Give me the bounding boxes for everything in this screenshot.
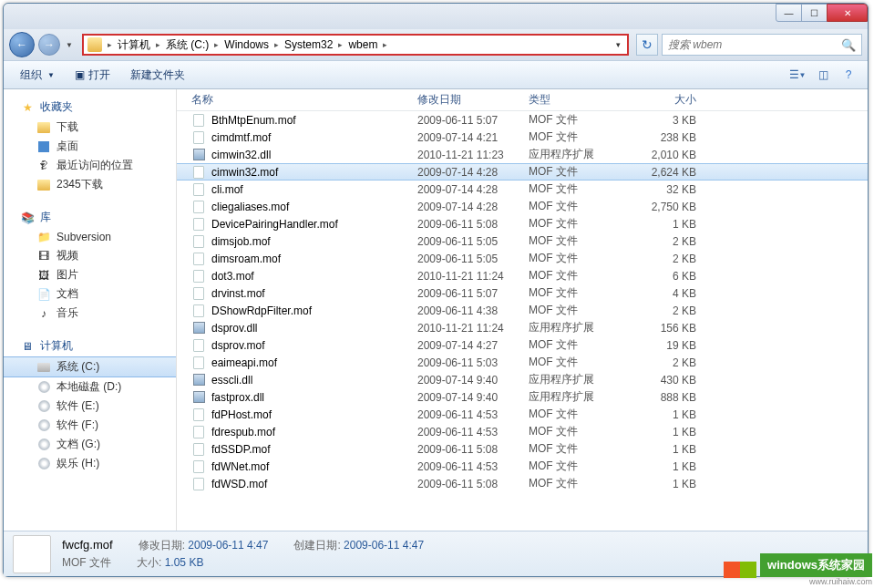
search-box[interactable]: 🔍 bbox=[662, 34, 862, 56]
crumb-system32[interactable]: System32 bbox=[281, 38, 336, 51]
file-row[interactable]: fdWSD.mof2009-06-11 5:08MOF 文件1 KB bbox=[177, 475, 868, 492]
address-dropdown-icon[interactable]: ▾ bbox=[611, 40, 625, 49]
address-bar[interactable]: ▸ 计算机 ▸ 系统 (C:) ▸ Windows ▸ System32 ▸ w… bbox=[82, 34, 629, 56]
file-icon bbox=[191, 200, 206, 214]
sidebar-favorites-header[interactable]: ★收藏夹 bbox=[4, 97, 176, 118]
file-name: drvinst.mof bbox=[211, 287, 417, 300]
drive-icon bbox=[36, 360, 51, 375]
folder-icon bbox=[36, 120, 51, 135]
view-options-button[interactable]: ☰ ▼ bbox=[786, 65, 809, 85]
nav-back-button[interactable]: ← bbox=[9, 32, 35, 57]
sidebar-item-drive-f[interactable]: 软件 (F:) bbox=[4, 416, 176, 435]
file-date: 2009-06-11 4:38 bbox=[417, 304, 529, 317]
file-row[interactable]: fastprox.dll2009-07-14 9:40应用程序扩展888 KB bbox=[177, 388, 868, 406]
maximize-button[interactable]: ☐ bbox=[801, 4, 828, 22]
file-date: 2009-06-11 5:07 bbox=[417, 287, 529, 300]
chevron-down-icon: ▼ bbox=[47, 71, 55, 79]
column-date[interactable]: 修改日期 bbox=[417, 92, 529, 108]
nav-history-dropdown[interactable]: ▼ bbox=[64, 36, 75, 54]
file-row[interactable]: drvinst.mof2009-06-11 5:07MOF 文件4 KB bbox=[177, 284, 868, 302]
organize-button[interactable]: 组织▼ bbox=[11, 64, 64, 87]
sidebar-item-drive-d[interactable]: 本地磁盘 (D:) bbox=[4, 377, 176, 397]
sidebar-computer-header[interactable]: 🖥计算机 bbox=[4, 335, 176, 356]
file-row[interactable]: BthMtpEnum.mof2009-06-11 5:07MOF 文件3 KB bbox=[177, 111, 868, 129]
file-size: 156 KB bbox=[636, 322, 707, 335]
file-row[interactable]: dimsroam.mof2009-06-11 5:05MOF 文件2 KB bbox=[177, 250, 868, 267]
sidebar-item-pictures[interactable]: 🖼图片 bbox=[4, 265, 176, 284]
computer-icon: 🖥 bbox=[20, 339, 35, 354]
column-name[interactable]: 名称 bbox=[191, 92, 417, 108]
file-row[interactable]: fdWNet.mof2009-06-11 4:53MOF 文件1 KB bbox=[177, 458, 868, 475]
file-row[interactable]: eaimeapi.mof2009-06-11 5:03MOF 文件2 KB bbox=[177, 354, 868, 371]
file-row[interactable]: DevicePairingHandler.mof2009-06-11 5:08M… bbox=[177, 215, 868, 232]
file-row[interactable]: esscli.dll2009-07-14 9:40应用程序扩展430 KB bbox=[177, 371, 868, 388]
file-row[interactable]: dot3.mof2010-11-21 11:24MOF 文件6 KB bbox=[177, 267, 868, 284]
sidebar-item-desktop[interactable]: 桌面 bbox=[4, 137, 176, 156]
file-row[interactable]: dsprov.mof2009-07-14 4:27MOF 文件19 KB bbox=[177, 336, 868, 354]
column-type[interactable]: 类型 bbox=[529, 92, 636, 108]
crumb-computer[interactable]: 计算机 bbox=[114, 37, 154, 53]
file-name: fdPHost.mof bbox=[211, 408, 417, 421]
minimize-button[interactable]: — bbox=[776, 4, 802, 22]
new-folder-button[interactable]: 新建文件夹 bbox=[121, 64, 194, 87]
file-date: 2009-07-14 4:28 bbox=[417, 201, 529, 213]
file-row[interactable]: cliegaliases.mof2009-07-14 4:28MOF 文件2,7… bbox=[177, 198, 868, 215]
sidebar-item-drive-g[interactable]: 文档 (G:) bbox=[4, 435, 176, 454]
refresh-button[interactable]: ↻ bbox=[636, 34, 658, 56]
sidebar-item-recent[interactable]: 🕏最近访问的位置 bbox=[4, 156, 176, 175]
crumb-c[interactable]: 系统 (C:) bbox=[162, 37, 212, 53]
open-button[interactable]: ▣打开 bbox=[66, 64, 119, 87]
file-name: dimsroam.mof bbox=[211, 253, 417, 265]
file-icon bbox=[191, 286, 206, 301]
file-rows: BthMtpEnum.mof2009-06-11 5:07MOF 文件3 KBc… bbox=[177, 111, 868, 531]
sidebar-item-drive-c[interactable]: 系统 (C:) bbox=[4, 356, 176, 377]
file-name: dsprov.dll bbox=[211, 322, 417, 335]
crumb-sep-icon[interactable]: ▸ bbox=[212, 40, 221, 49]
search-icon[interactable]: 🔍 bbox=[841, 38, 856, 52]
close-button[interactable]: ✕ bbox=[827, 4, 868, 22]
file-row[interactable]: cli.mof2009-07-14 4:28MOF 文件32 KB bbox=[177, 181, 868, 198]
file-size: 2 KB bbox=[636, 304, 707, 317]
disc-icon bbox=[36, 380, 51, 395]
file-size: 2 KB bbox=[636, 235, 707, 248]
crumb-sep-icon[interactable]: ▸ bbox=[381, 40, 389, 49]
preview-pane-button[interactable]: ◫ bbox=[811, 65, 835, 85]
file-row[interactable]: dimsjob.mof2009-06-11 5:05MOF 文件2 KB bbox=[177, 232, 868, 250]
sidebar-item-documents[interactable]: 📄文档 bbox=[4, 284, 176, 304]
crumb-windows[interactable]: Windows bbox=[221, 38, 272, 51]
crumb-sep-icon[interactable]: ▸ bbox=[154, 40, 162, 49]
file-row[interactable]: fdPHost.mof2009-06-11 4:53MOF 文件1 KB bbox=[177, 406, 868, 423]
file-row[interactable]: dsprov.dll2010-11-21 11:24应用程序扩展156 KB bbox=[177, 319, 868, 336]
file-icon bbox=[191, 217, 206, 232]
file-icon bbox=[191, 407, 206, 422]
sidebar-item-subversion[interactable]: 📁Subversion bbox=[4, 228, 176, 246]
file-row[interactable]: fdrespub.mof2009-06-11 4:53MOF 文件1 KB bbox=[177, 423, 868, 440]
file-row[interactable]: DShowRdpFilter.mof2009-06-11 4:38MOF 文件2… bbox=[177, 302, 868, 319]
search-input[interactable] bbox=[668, 38, 841, 51]
crumb-sep-icon[interactable]: ▸ bbox=[336, 40, 344, 49]
crumb-sep-icon[interactable]: ▸ bbox=[272, 40, 281, 49]
help-button[interactable]: ? bbox=[837, 65, 860, 85]
sidebar-item-videos[interactable]: 🎞视频 bbox=[4, 246, 176, 265]
file-name: dot3.mof bbox=[211, 270, 417, 283]
sidebar-libraries-header[interactable]: 📚库 bbox=[4, 207, 176, 228]
nav-forward-button[interactable]: → bbox=[38, 34, 60, 56]
crumb-wbem[interactable]: wbem bbox=[344, 38, 381, 51]
file-row[interactable]: cimwin32.dll2010-11-21 11:23应用程序扩展2,010 … bbox=[177, 146, 868, 163]
details-type: MOF 文件 bbox=[62, 555, 111, 571]
file-row[interactable]: cimdmtf.mof2009-07-14 4:21MOF 文件238 KB bbox=[177, 129, 868, 146]
file-type: MOF 文件 bbox=[529, 233, 636, 249]
sidebar-item-downloads[interactable]: 下载 bbox=[4, 118, 176, 137]
file-type: MOF 文件 bbox=[529, 199, 636, 214]
sidebar-item-drive-e[interactable]: 软件 (E:) bbox=[4, 397, 176, 416]
file-row[interactable]: fdSSDP.mof2009-06-11 5:08MOF 文件1 KB bbox=[177, 440, 868, 458]
file-name: cliegaliases.mof bbox=[211, 201, 417, 213]
file-date: 2009-06-11 4:53 bbox=[417, 460, 529, 473]
file-size: 1 KB bbox=[636, 426, 707, 438]
crumb-sep-icon[interactable]: ▸ bbox=[106, 40, 114, 49]
column-size[interactable]: 大小 bbox=[636, 92, 707, 108]
sidebar-item-music[interactable]: ♪音乐 bbox=[4, 304, 176, 323]
sidebar-item-drive-h[interactable]: 娱乐 (H:) bbox=[4, 454, 176, 473]
file-row[interactable]: cimwin32.mof2009-07-14 4:28MOF 文件2,624 K… bbox=[177, 163, 868, 181]
sidebar-item-2345[interactable]: 2345下载 bbox=[4, 175, 176, 194]
